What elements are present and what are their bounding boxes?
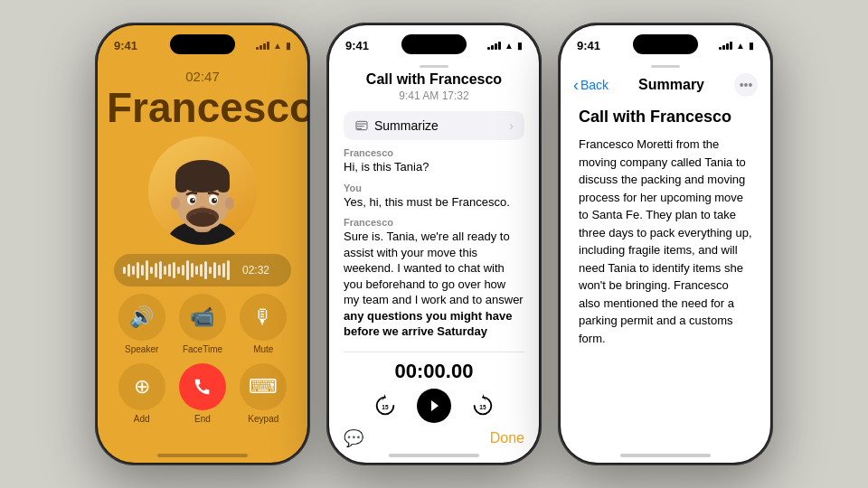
mute-label: Mute xyxy=(253,344,273,354)
status-icons-2: ▲ ▮ xyxy=(487,41,523,51)
end-call-button[interactable]: End xyxy=(176,363,228,424)
phone-active-call: 9:41 ▲ ▮ 02:47 Francesco xyxy=(95,23,310,465)
playback-controls: 15 15 xyxy=(372,389,496,423)
battery-icon-3: ▮ xyxy=(749,41,754,51)
wifi-icon-2: ▲ xyxy=(505,41,514,51)
phone-summary: 9:41 ▲ ▮ ‹ Back Summary xyxy=(558,23,773,465)
summary-body: Francesco Moretti from the moving compan… xyxy=(579,136,752,347)
drag-handle xyxy=(329,65,539,68)
status-icons-1: ▲ ▮ xyxy=(256,41,291,51)
home-indicator-2 xyxy=(389,454,479,457)
dynamic-island xyxy=(170,34,235,54)
mute-button[interactable]: 🎙 Mute xyxy=(238,294,289,354)
phone-transcript: 9:41 ▲ ▮ Call with Francesco 9:41 AM 17:… xyxy=(326,23,542,465)
home-indicator-3-wrap xyxy=(561,454,770,463)
svg-point-12 xyxy=(193,199,194,201)
summary-content: Call with Francesco Francesco Moretti fr… xyxy=(561,97,770,347)
sender-1: Francesco xyxy=(344,147,524,158)
call-controls: 🔊 Speaker 📹 FaceTime 🎙 Mute ⊕ Add xyxy=(98,286,307,424)
avatar xyxy=(148,136,257,245)
signal-icon-3 xyxy=(719,41,732,50)
wifi-icon-3: ▲ xyxy=(736,41,745,51)
facetime-icon: 📹 xyxy=(179,294,226,341)
home-indicator-1 xyxy=(157,454,248,457)
back-button[interactable]: ‹ Back xyxy=(573,76,609,95)
svg-text:15: 15 xyxy=(382,404,389,410)
svg-point-7 xyxy=(225,197,234,210)
summarize-left: Summarize xyxy=(354,118,439,133)
skip-forward-button[interactable]: 15 xyxy=(469,392,496,419)
summarize-button[interactable]: Summarize › xyxy=(344,111,524,140)
speaker-icon: 🔊 xyxy=(118,294,165,341)
message-text-3: Sure is. Tania, we're all ready to assis… xyxy=(344,229,524,340)
avatar-area xyxy=(98,136,307,245)
battery-icon-2: ▮ xyxy=(517,41,523,51)
svg-rect-5 xyxy=(217,174,230,192)
summarize-label: Summarize xyxy=(374,118,439,133)
dynamic-island-2 xyxy=(401,34,467,54)
svg-point-11 xyxy=(212,198,217,203)
playback-area: 00:00.00 15 xyxy=(329,352,539,423)
svg-marker-22 xyxy=(431,400,439,411)
speaker-button[interactable]: 🔊 Speaker xyxy=(116,294,167,354)
call-duration: 02:47 xyxy=(98,69,307,84)
summary-nav: ‹ Back Summary ••• xyxy=(561,73,770,97)
sender-3: Francesco xyxy=(344,217,524,228)
done-button[interactable]: Done xyxy=(490,430,524,446)
message-group-3: Francesco Sure is. Tania, we're all read… xyxy=(344,217,524,340)
end-call-icon xyxy=(179,363,226,410)
mute-icon: 🎙 xyxy=(240,294,287,341)
status-time-3: 9:41 xyxy=(577,39,600,52)
skip-back-button[interactable]: 15 xyxy=(372,392,399,419)
status-time-1: 9:41 xyxy=(114,39,137,52)
summarize-chevron-icon: › xyxy=(509,118,514,133)
wifi-icon-1: ▲ xyxy=(273,41,282,51)
add-label: Add xyxy=(134,414,150,424)
keypad-icon: ⌨ xyxy=(240,363,287,410)
play-button[interactable] xyxy=(417,389,451,423)
svg-text:15: 15 xyxy=(479,404,486,410)
drag-handle-3 xyxy=(561,65,770,68)
message-text-1: Hi, is this Tania? xyxy=(344,159,524,175)
message-text-2: Yes, hi, this must be Francesco. xyxy=(344,194,524,211)
message-group-2: You Yes, hi, this must be Francesco. xyxy=(344,183,524,211)
waveform-visualization xyxy=(123,260,230,280)
sender-2: You xyxy=(344,183,524,193)
signal-icon-1 xyxy=(256,41,269,50)
back-label: Back xyxy=(580,78,609,92)
facetime-button[interactable]: 📹 FaceTime xyxy=(176,294,228,354)
message-group-1: Francesco Hi, is this Tania? xyxy=(344,147,524,175)
transcript-title: Call with Francesco xyxy=(329,71,539,88)
svg-point-16 xyxy=(189,212,216,227)
svg-point-6 xyxy=(171,197,180,210)
dynamic-island-3 xyxy=(633,34,698,54)
back-chevron-icon: ‹ xyxy=(573,76,579,95)
playback-time: 00:00.00 xyxy=(395,360,474,383)
transcript-subtitle: 9:41 AM 17:32 xyxy=(329,89,539,102)
status-icons-3: ▲ ▮ xyxy=(719,41,754,51)
keypad-button[interactable]: ⌨ Keypad xyxy=(238,363,289,424)
summary-nav-title: Summary xyxy=(638,77,704,93)
svg-point-10 xyxy=(190,198,195,203)
speaker-label: Speaker xyxy=(125,344,158,354)
summary-call-title: Call with Francesco xyxy=(579,108,752,127)
svg-point-13 xyxy=(214,199,216,201)
transcript-scroll[interactable]: Francesco Hi, is this Tania? You Yes, hi… xyxy=(329,140,539,352)
signal-icon-2 xyxy=(487,41,501,50)
bubble-icon: 💬 xyxy=(344,428,363,448)
home-indicator-3 xyxy=(620,454,711,457)
battery-icon-1: ▮ xyxy=(286,41,291,51)
add-call-button[interactable]: ⊕ Add xyxy=(116,363,167,424)
recording-timer: 02:32 xyxy=(242,264,269,277)
add-icon: ⊕ xyxy=(118,363,165,410)
svg-rect-4 xyxy=(175,174,188,192)
home-indicator-2-wrap xyxy=(329,454,539,463)
keypad-label: Keypad xyxy=(248,414,278,424)
play-icon xyxy=(427,399,441,413)
more-options-button[interactable]: ••• xyxy=(734,73,758,97)
summarize-icon xyxy=(354,118,369,133)
transcript-footer: 💬 Done xyxy=(329,423,539,454)
caller-name: Francesco xyxy=(98,86,307,129)
ellipsis-icon: ••• xyxy=(740,78,753,92)
waveform-bar: 02:32 xyxy=(114,254,291,286)
